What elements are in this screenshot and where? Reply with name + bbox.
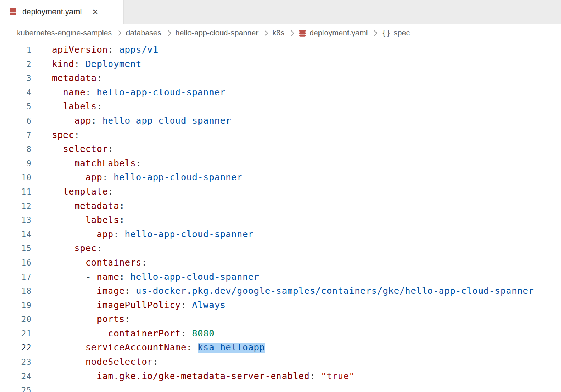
indent-guide bbox=[63, 369, 74, 384]
indent-guide bbox=[52, 298, 63, 313]
code-content: iam.gke.io/gke-metadata-server-enabled: … bbox=[32, 369, 561, 384]
indent-guide bbox=[86, 228, 97, 242]
code-line[interactable]: 9matchLabels: bbox=[0, 157, 561, 171]
code-line[interactable]: 14app: hello-app-cloud-spanner bbox=[0, 228, 561, 242]
line-number: 12 bbox=[0, 199, 32, 214]
code-line[interactable]: 21- containerPort: 8080 bbox=[0, 327, 561, 341]
breadcrumb-item-kubernetes-engine-samples[interactable]: kubernetes-engine-samples bbox=[17, 29, 112, 38]
line-number: 4 bbox=[0, 86, 32, 100]
breadcrumb-item-spec[interactable]: {}spec bbox=[382, 29, 410, 38]
tab-title: deployment.yaml bbox=[22, 7, 82, 16]
breadcrumb: kubernetes-engine-samplesdatabaseshello-… bbox=[0, 24, 561, 42]
indent-guide bbox=[75, 270, 86, 285]
code-line[interactable]: 25 bbox=[0, 383, 561, 392]
code-line[interactable]: 8selector: bbox=[0, 142, 561, 157]
code-content: - name: hello-app-cloud-spanner bbox=[32, 270, 561, 285]
token: selector bbox=[63, 144, 108, 154]
token: template bbox=[63, 187, 108, 197]
indent-guide bbox=[52, 199, 63, 214]
breadcrumb-label: deployment.yaml bbox=[310, 29, 368, 38]
code-line[interactable]: 23nodeSelector: bbox=[0, 355, 561, 369]
breadcrumb-item-deployment-yaml[interactable]: deployment.yaml bbox=[298, 29, 368, 38]
token: image bbox=[97, 286, 125, 296]
token: : bbox=[142, 258, 147, 268]
indent-guide bbox=[75, 369, 86, 384]
code-line[interactable]: 6app: hello-app-cloud-spanner bbox=[0, 114, 561, 128]
token: 8080 bbox=[192, 329, 215, 339]
code-content: labels: bbox=[32, 213, 561, 228]
code-line[interactable]: 10app: hello-app-cloud-spanner bbox=[0, 171, 561, 185]
token: labels bbox=[63, 101, 97, 111]
token: iam.gke.io/gke-metadata-server-enabled bbox=[97, 371, 310, 381]
indent-guide bbox=[63, 270, 74, 285]
tab-bar-empty-space bbox=[124, 0, 561, 24]
line-number: 22 bbox=[0, 341, 32, 355]
code-content: ports: bbox=[32, 312, 561, 327]
breadcrumb-item-hello-app-cloud-spanner[interactable]: hello-app-cloud-spanner bbox=[176, 29, 259, 38]
line-number: 14 bbox=[0, 228, 32, 242]
tab-deployment-yaml[interactable]: deployment.yaml × bbox=[0, 0, 124, 24]
breadcrumb-item-k8s[interactable]: k8s bbox=[272, 29, 284, 38]
code-content: metadata: bbox=[32, 199, 561, 214]
token: labels bbox=[86, 215, 119, 225]
code-line[interactable]: 18image: us-docker.pkg.dev/google-sample… bbox=[0, 284, 561, 298]
code-line[interactable]: 13labels: bbox=[0, 213, 561, 228]
indent-guide bbox=[52, 171, 63, 185]
code-content: app: hello-app-cloud-spanner bbox=[32, 114, 561, 128]
code-line[interactable]: 4name: hello-app-cloud-spanner bbox=[0, 86, 561, 100]
code-content: app: hello-app-cloud-spanner bbox=[32, 228, 561, 242]
code-line[interactable]: 12metadata: bbox=[0, 199, 561, 214]
code-line[interactable]: 3metadata: bbox=[0, 71, 561, 86]
code-line[interactable]: 19imagePullPolicy: Always bbox=[0, 298, 561, 313]
code-line[interactable]: 11template: bbox=[0, 185, 561, 199]
token: : bbox=[125, 314, 131, 324]
breadcrumb-label: databases bbox=[126, 29, 161, 38]
code-content: selector: bbox=[32, 142, 561, 157]
code-line[interactable]: 20ports: bbox=[0, 312, 561, 327]
indent-guide bbox=[52, 242, 63, 256]
selected-text[interactable]: ksa-helloapp bbox=[198, 343, 265, 353]
indent-guide bbox=[63, 242, 74, 256]
code-line[interactable]: 2kind: Deployment bbox=[0, 57, 561, 72]
token: metadata bbox=[52, 73, 97, 83]
token: metadata bbox=[75, 201, 119, 211]
code-line[interactable]: 22serviceAccountName: ksa-helloapp bbox=[0, 341, 561, 355]
token: apiVersion bbox=[52, 45, 108, 55]
editor-lines: 1apiVersion: apps/v12kind: Deployment3me… bbox=[0, 43, 561, 392]
indent-guide bbox=[75, 341, 86, 355]
code-content: name: hello-app-cloud-spanner bbox=[32, 86, 561, 100]
chevron-right-icon bbox=[166, 30, 171, 36]
code-line[interactable]: 15spec: bbox=[0, 242, 561, 256]
token: : bbox=[75, 59, 86, 69]
indent-guide bbox=[52, 341, 63, 355]
line-number: 3 bbox=[0, 71, 32, 86]
indent-guide bbox=[52, 270, 63, 285]
indent-guide bbox=[63, 213, 74, 228]
code-content: template: bbox=[32, 185, 561, 199]
code-line[interactable]: 17- name: hello-app-cloud-spanner bbox=[0, 270, 561, 285]
breadcrumb-label: hello-app-cloud-spanner bbox=[176, 29, 259, 38]
token: serviceAccountName bbox=[86, 343, 187, 353]
indent-guide bbox=[52, 369, 63, 384]
token: : bbox=[119, 272, 130, 282]
close-icon[interactable]: × bbox=[91, 6, 100, 17]
indent-guide bbox=[52, 312, 63, 327]
indent-guide bbox=[63, 199, 74, 214]
indent-guide bbox=[75, 312, 86, 327]
breadcrumb-item-databases[interactable]: databases bbox=[126, 29, 161, 38]
indent-guide bbox=[63, 312, 74, 327]
token: : bbox=[97, 73, 102, 83]
indent-guide bbox=[52, 228, 63, 242]
code-line[interactable]: 24iam.gke.io/gke-metadata-server-enabled… bbox=[0, 369, 561, 384]
code-line[interactable]: 1apiVersion: apps/v1 bbox=[0, 43, 561, 57]
editor[interactable]: 1apiVersion: apps/v12kind: Deployment3me… bbox=[0, 42, 561, 392]
code-line[interactable]: 16containers: bbox=[0, 256, 561, 270]
line-number: 15 bbox=[0, 242, 32, 256]
code-line[interactable]: 7spec: bbox=[0, 128, 561, 143]
line-number: 7 bbox=[0, 128, 32, 143]
chevron-right-icon bbox=[372, 30, 378, 36]
indent-guide bbox=[52, 256, 63, 270]
token: : bbox=[136, 158, 142, 168]
code-line[interactable]: 5labels: bbox=[0, 100, 561, 114]
line-number: 25 bbox=[0, 383, 32, 392]
